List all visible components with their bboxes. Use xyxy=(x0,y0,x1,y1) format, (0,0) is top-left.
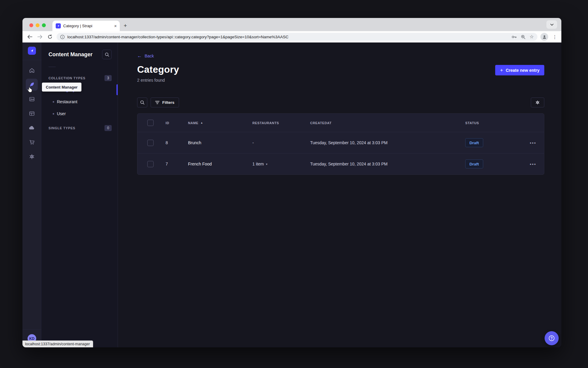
content-manager-tooltip: Content Manager xyxy=(42,83,81,92)
browser-profile-button[interactable] xyxy=(540,33,548,41)
cell-createdat: Tuesday, September 10, 2024 at 3:03 PM xyxy=(310,140,465,145)
select-all-checkbox[interactable] xyxy=(147,120,154,126)
close-window-button[interactable] xyxy=(29,23,33,27)
sidebar-item-home[interactable] xyxy=(26,64,38,76)
forward-button[interactable] xyxy=(36,33,43,40)
sidebar-item-marketplace[interactable] xyxy=(26,136,38,148)
subnav-item-user[interactable]: User xyxy=(41,108,118,120)
link-preview-status-bar: localhost:1337/admin/content-manager xyxy=(22,340,93,347)
mouse-cursor xyxy=(26,87,33,94)
cell-restaurants: - xyxy=(252,140,310,145)
row-checkbox[interactable] xyxy=(147,161,154,167)
collection-types-count-badge: 3 xyxy=(104,75,112,81)
table-header-row: ID NAME ▲ RESTAURANTS CREATEDAT STATUS xyxy=(137,114,544,132)
column-header-status[interactable]: STATUS xyxy=(465,121,528,125)
single-types-count-badge: 0 xyxy=(104,125,112,131)
site-info-icon[interactable] xyxy=(60,35,65,39)
subnav-divider xyxy=(49,67,56,67)
sidebar-item-cloud[interactable] xyxy=(26,122,38,134)
cell-id: 7 xyxy=(166,162,188,166)
plus-icon: + xyxy=(500,68,503,73)
cell-restaurants-expandable[interactable]: 1 item ▾ xyxy=(252,162,310,166)
sidebar-item-content-type-builder[interactable] xyxy=(26,107,38,119)
collection-types-label: COLLECTION TYPES xyxy=(49,76,85,80)
bookmark-star-icon[interactable]: ☆ xyxy=(530,34,534,39)
sidebar-item-media-library[interactable] xyxy=(26,93,38,105)
table-search-button[interactable] xyxy=(137,98,147,107)
status-badge: Draft xyxy=(465,159,483,168)
browser-toolbar: localhost:1337/admin/content-manager/col… xyxy=(22,31,561,42)
back-link-label: Back xyxy=(145,54,154,58)
rail-divider xyxy=(22,60,41,60)
filters-button-label: Filters xyxy=(162,100,175,105)
sort-asc-icon: ▲ xyxy=(201,121,203,124)
filter-icon xyxy=(155,101,160,104)
subnav-item-label: User xyxy=(57,111,66,116)
filters-button[interactable]: Filters xyxy=(151,98,179,107)
tab-search-chevron-icon[interactable] xyxy=(546,20,557,29)
view-settings-button[interactable] xyxy=(531,98,544,107)
cell-name: Brunch xyxy=(188,140,252,145)
row-actions-button[interactable]: ••• xyxy=(530,162,537,167)
strapi-admin-app: KD Content Manager COLLECTION TYPES 3 Ca… xyxy=(22,42,561,347)
status-badge: Draft xyxy=(465,138,483,147)
create-new-entry-button[interactable]: + Create new entry xyxy=(495,65,544,75)
row-actions-button[interactable]: ••• xyxy=(530,140,537,145)
help-button[interactable] xyxy=(545,331,559,345)
table-row[interactable]: 7 French Food 1 item ▾ Tuesday, Septembe… xyxy=(137,153,544,174)
cell-name: French Food xyxy=(188,162,252,166)
browser-menu-kebab-icon[interactable]: ⋮ xyxy=(552,34,557,40)
bullet-icon xyxy=(53,101,54,103)
minimize-window-button[interactable] xyxy=(36,23,40,27)
bullet-icon xyxy=(53,113,54,115)
create-button-label: Create new entry xyxy=(506,68,539,73)
password-key-icon[interactable] xyxy=(512,35,517,39)
entries-table: ID NAME ▲ RESTAURANTS CREATEDAT STATUS 8… xyxy=(137,113,544,175)
new-tab-button[interactable]: + xyxy=(124,23,127,28)
back-link[interactable]: ← Back xyxy=(137,53,154,59)
back-arrow-icon: ← xyxy=(137,53,142,59)
url-text: localhost:1337/admin/content-manager/col… xyxy=(67,35,509,39)
column-header-restaurants[interactable]: RESTAURANTS xyxy=(252,121,310,125)
subnav-title: Content Manager xyxy=(49,51,93,58)
caret-down-icon: ▾ xyxy=(266,162,267,166)
back-button[interactable] xyxy=(26,33,33,40)
column-header-name[interactable]: NAME ▲ xyxy=(188,121,252,125)
maximize-window-button[interactable] xyxy=(42,23,46,27)
column-header-id[interactable]: ID xyxy=(166,121,188,125)
single-types-label: SINGLE TYPES xyxy=(49,126,75,130)
address-bar[interactable]: localhost:1337/admin/content-manager/col… xyxy=(57,33,537,41)
tab-title: Category | Strapi xyxy=(63,24,112,28)
entries-count: 2 entries found xyxy=(137,78,179,83)
tab-close-icon[interactable]: × xyxy=(114,24,117,28)
tab-strip: Category | Strapi × + xyxy=(22,18,561,31)
traffic-lights xyxy=(29,23,46,27)
cell-id: 8 xyxy=(166,140,188,145)
table-row[interactable]: 8 Brunch - Tuesday, September 10, 2024 a… xyxy=(137,132,544,153)
sidebar-item-settings[interactable] xyxy=(26,150,38,162)
page-title: Category xyxy=(137,64,179,75)
column-header-createdat[interactable]: CREATEDAT xyxy=(310,121,465,125)
cell-createdat: Tuesday, September 10, 2024 at 3:03 PM xyxy=(310,162,465,166)
row-checkbox[interactable] xyxy=(147,140,154,146)
strapi-favicon-icon xyxy=(56,23,61,28)
browser-window: Category | Strapi × + localhost:1337/adm… xyxy=(22,18,561,347)
main-content: ← Back Category 2 entries found + Create… xyxy=(118,42,561,347)
strapi-logo[interactable] xyxy=(28,47,36,55)
browser-tab[interactable]: Category | Strapi × xyxy=(52,21,120,31)
reload-button[interactable] xyxy=(46,33,54,40)
subnav-search-button[interactable] xyxy=(102,50,112,59)
subnav-item-restaurant[interactable]: Restaurant xyxy=(41,96,118,108)
subnav-item-label: Restaurant xyxy=(57,99,77,104)
zoom-icon[interactable] xyxy=(521,35,525,39)
